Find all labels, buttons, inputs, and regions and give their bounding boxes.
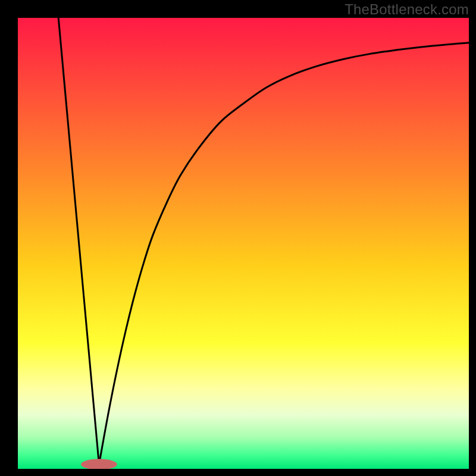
watermark-text: TheBottleneck.com — [345, 1, 469, 18]
chart-frame: TheBottleneck.com — [0, 0, 476, 476]
bottleneck-chart — [18, 18, 469, 469]
gradient-background — [18, 18, 469, 469]
plot-area — [18, 18, 469, 469]
